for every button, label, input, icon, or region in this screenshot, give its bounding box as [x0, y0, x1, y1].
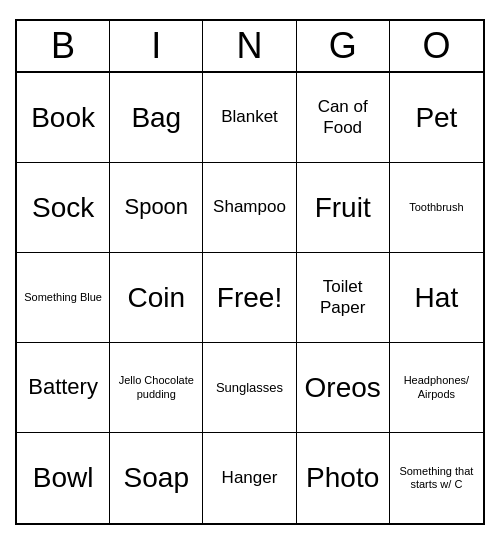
cell-text: Photo: [306, 461, 379, 495]
cell-text: Fruit: [315, 191, 371, 225]
bingo-cell[interactable]: Battery: [17, 343, 110, 433]
bingo-header: BINGO: [17, 21, 483, 73]
cell-text: Headphones/ Airpods: [394, 374, 479, 400]
bingo-cell[interactable]: Free!: [203, 253, 296, 343]
cell-text: Soap: [124, 461, 189, 495]
bingo-cell[interactable]: Oreos: [297, 343, 390, 433]
cell-text: Toilet Paper: [301, 277, 385, 318]
bingo-grid: BookBagBlanketCan of FoodPetSockSpoonSha…: [17, 73, 483, 523]
bingo-cell[interactable]: Pet: [390, 73, 483, 163]
cell-text: Battery: [28, 374, 98, 400]
cell-text: Sock: [32, 191, 94, 225]
cell-text: Free!: [217, 281, 282, 315]
header-letter: N: [203, 21, 296, 71]
header-letter: I: [110, 21, 203, 71]
cell-text: Hat: [415, 281, 459, 315]
bingo-cell[interactable]: Hat: [390, 253, 483, 343]
bingo-cell[interactable]: Toothbrush: [390, 163, 483, 253]
cell-text: Toothbrush: [409, 201, 463, 214]
bingo-cell[interactable]: Bowl: [17, 433, 110, 523]
cell-text: Jello Chocolate pudding: [114, 374, 198, 400]
bingo-cell[interactable]: Book: [17, 73, 110, 163]
bingo-cell[interactable]: Jello Chocolate pudding: [110, 343, 203, 433]
bingo-cell[interactable]: Headphones/ Airpods: [390, 343, 483, 433]
bingo-cell[interactable]: Something Blue: [17, 253, 110, 343]
cell-text: Something that starts w/ C: [394, 465, 479, 491]
header-letter: O: [390, 21, 483, 71]
bingo-card: BINGO BookBagBlanketCan of FoodPetSockSp…: [15, 19, 485, 525]
cell-text: Shampoo: [213, 197, 286, 217]
bingo-cell[interactable]: Can of Food: [297, 73, 390, 163]
header-letter: B: [17, 21, 110, 71]
cell-text: Coin: [127, 281, 185, 315]
bingo-cell[interactable]: Bag: [110, 73, 203, 163]
cell-text: Oreos: [305, 371, 381, 405]
header-letter: G: [297, 21, 390, 71]
cell-text: Spoon: [124, 194, 188, 220]
bingo-cell[interactable]: Photo: [297, 433, 390, 523]
cell-text: Sunglasses: [216, 380, 283, 396]
cell-text: Book: [31, 101, 95, 135]
bingo-cell[interactable]: Shampoo: [203, 163, 296, 253]
bingo-cell[interactable]: Coin: [110, 253, 203, 343]
cell-text: Bag: [131, 101, 181, 135]
cell-text: Can of Food: [301, 97, 385, 138]
bingo-cell[interactable]: Fruit: [297, 163, 390, 253]
bingo-cell[interactable]: Sunglasses: [203, 343, 296, 433]
bingo-cell[interactable]: Spoon: [110, 163, 203, 253]
cell-text: Something Blue: [24, 291, 102, 304]
bingo-cell[interactable]: Something that starts w/ C: [390, 433, 483, 523]
cell-text: Pet: [415, 101, 457, 135]
bingo-cell[interactable]: Soap: [110, 433, 203, 523]
bingo-cell[interactable]: Sock: [17, 163, 110, 253]
cell-text: Blanket: [221, 107, 278, 127]
bingo-cell[interactable]: Toilet Paper: [297, 253, 390, 343]
cell-text: Hanger: [222, 468, 278, 488]
cell-text: Bowl: [33, 461, 94, 495]
bingo-cell[interactable]: Hanger: [203, 433, 296, 523]
bingo-cell[interactable]: Blanket: [203, 73, 296, 163]
